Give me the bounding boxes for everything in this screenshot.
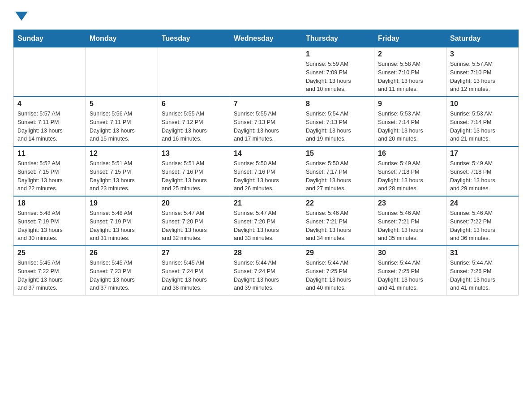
day-number: 19 [90, 199, 154, 207]
calendar-cell: 17Sunrise: 5:49 AMSunset: 7:18 PMDayligh… [446, 146, 519, 196]
day-number: 28 [234, 249, 298, 257]
calendar-cell: 15Sunrise: 5:50 AMSunset: 7:17 PMDayligh… [302, 146, 374, 196]
day-info: Sunrise: 5:50 AMSunset: 7:17 PMDaylight:… [306, 159, 370, 193]
day-number: 26 [90, 249, 154, 257]
day-info: Sunrise: 5:46 AMSunset: 7:22 PMDaylight:… [450, 209, 515, 243]
calendar-cell: 16Sunrise: 5:49 AMSunset: 7:18 PMDayligh… [374, 146, 446, 196]
day-number: 10 [450, 100, 515, 108]
day-number: 24 [450, 199, 515, 207]
day-info: Sunrise: 5:55 AMSunset: 7:12 PMDaylight:… [162, 110, 226, 143]
calendar-cell: 21Sunrise: 5:47 AMSunset: 7:20 PMDayligh… [230, 196, 302, 246]
calendar-week-row: 11Sunrise: 5:52 AMSunset: 7:15 PMDayligh… [14, 146, 519, 196]
day-number: 2 [378, 50, 442, 58]
day-info: Sunrise: 5:48 AMSunset: 7:19 PMDaylight:… [17, 209, 82, 243]
day-number: 22 [306, 199, 370, 207]
calendar-table: SundayMondayTuesdayWednesdayThursdayFrid… [13, 30, 519, 295]
day-info: Sunrise: 5:49 AMSunset: 7:18 PMDaylight:… [378, 159, 442, 193]
day-number: 21 [234, 199, 298, 207]
calendar-cell: 29Sunrise: 5:44 AMSunset: 7:25 PMDayligh… [302, 246, 374, 295]
day-number: 1 [306, 50, 370, 58]
day-info: Sunrise: 5:53 AMSunset: 7:14 PMDaylight:… [378, 110, 442, 143]
day-number: 30 [378, 249, 442, 257]
calendar-cell: 23Sunrise: 5:46 AMSunset: 7:21 PMDayligh… [374, 196, 446, 246]
day-info: Sunrise: 5:44 AMSunset: 7:25 PMDaylight:… [306, 259, 370, 292]
day-info: Sunrise: 5:54 AMSunset: 7:13 PMDaylight:… [306, 110, 370, 143]
day-number: 13 [162, 150, 226, 158]
calendar-cell [230, 47, 302, 97]
header-tuesday: Tuesday [158, 30, 230, 47]
day-number: 17 [450, 150, 515, 158]
day-number: 29 [306, 249, 370, 257]
day-info: Sunrise: 5:52 AMSunset: 7:15 PMDaylight:… [17, 159, 82, 193]
day-info: Sunrise: 5:53 AMSunset: 7:14 PMDaylight:… [450, 110, 515, 143]
calendar-cell: 2Sunrise: 5:58 AMSunset: 7:10 PMDaylight… [374, 47, 446, 97]
calendar-cell [14, 47, 86, 97]
day-info: Sunrise: 5:51 AMSunset: 7:15 PMDaylight:… [90, 159, 154, 193]
day-info: Sunrise: 5:57 AMSunset: 7:10 PMDaylight:… [450, 60, 515, 94]
calendar-cell: 27Sunrise: 5:45 AMSunset: 7:24 PMDayligh… [158, 246, 230, 295]
day-info: Sunrise: 5:59 AMSunset: 7:09 PMDaylight:… [306, 60, 370, 94]
day-info: Sunrise: 5:51 AMSunset: 7:16 PMDaylight:… [162, 159, 226, 193]
day-number: 20 [162, 199, 226, 207]
calendar-header-row: SundayMondayTuesdayWednesdayThursdayFrid… [14, 30, 519, 47]
day-info: Sunrise: 5:45 AMSunset: 7:24 PMDaylight:… [162, 259, 226, 292]
calendar-cell: 11Sunrise: 5:52 AMSunset: 7:15 PMDayligh… [14, 146, 86, 196]
calendar-cell: 25Sunrise: 5:45 AMSunset: 7:22 PMDayligh… [14, 246, 86, 295]
day-info: Sunrise: 5:47 AMSunset: 7:20 PMDaylight:… [234, 209, 298, 243]
calendar-cell: 20Sunrise: 5:47 AMSunset: 7:20 PMDayligh… [158, 196, 230, 246]
calendar-cell: 8Sunrise: 5:54 AMSunset: 7:13 PMDaylight… [302, 97, 374, 146]
calendar-cell [158, 47, 230, 97]
day-info: Sunrise: 5:55 AMSunset: 7:13 PMDaylight:… [234, 110, 298, 143]
calendar-cell: 5Sunrise: 5:56 AMSunset: 7:11 PMDaylight… [86, 97, 158, 146]
day-number: 18 [17, 199, 82, 207]
calendar-cell: 6Sunrise: 5:55 AMSunset: 7:12 PMDaylight… [158, 97, 230, 146]
day-number: 8 [306, 100, 370, 108]
day-number: 14 [234, 150, 298, 158]
day-number: 31 [450, 249, 515, 257]
header-wednesday: Wednesday [230, 30, 302, 47]
calendar-cell: 10Sunrise: 5:53 AMSunset: 7:14 PMDayligh… [446, 97, 519, 146]
day-number: 16 [378, 150, 442, 158]
day-number: 27 [162, 249, 226, 257]
day-info: Sunrise: 5:47 AMSunset: 7:20 PMDaylight:… [162, 209, 226, 243]
day-number: 25 [17, 249, 82, 257]
calendar-cell: 1Sunrise: 5:59 AMSunset: 7:09 PMDaylight… [302, 47, 374, 97]
day-info: Sunrise: 5:57 AMSunset: 7:11 PMDaylight:… [17, 110, 82, 143]
header-friday: Friday [374, 30, 446, 47]
day-info: Sunrise: 5:58 AMSunset: 7:10 PMDaylight:… [378, 60, 442, 94]
day-info: Sunrise: 5:46 AMSunset: 7:21 PMDaylight:… [378, 209, 442, 243]
day-number: 5 [90, 100, 154, 108]
day-info: Sunrise: 5:46 AMSunset: 7:21 PMDaylight:… [306, 209, 370, 243]
calendar-cell: 12Sunrise: 5:51 AMSunset: 7:15 PMDayligh… [86, 146, 158, 196]
calendar-cell: 13Sunrise: 5:51 AMSunset: 7:16 PMDayligh… [158, 146, 230, 196]
calendar-week-row: 25Sunrise: 5:45 AMSunset: 7:22 PMDayligh… [14, 246, 519, 295]
day-info: Sunrise: 5:56 AMSunset: 7:11 PMDaylight:… [90, 110, 154, 143]
day-number: 9 [378, 100, 442, 108]
day-number: 7 [234, 100, 298, 108]
calendar-week-row: 4Sunrise: 5:57 AMSunset: 7:11 PMDaylight… [14, 97, 519, 146]
day-number: 11 [17, 150, 82, 158]
day-info: Sunrise: 5:50 AMSunset: 7:16 PMDaylight:… [234, 159, 298, 193]
day-info: Sunrise: 5:44 AMSunset: 7:25 PMDaylight:… [378, 259, 442, 292]
calendar-cell: 24Sunrise: 5:46 AMSunset: 7:22 PMDayligh… [446, 196, 519, 246]
calendar-cell: 22Sunrise: 5:46 AMSunset: 7:21 PMDayligh… [302, 196, 374, 246]
calendar-cell: 18Sunrise: 5:48 AMSunset: 7:19 PMDayligh… [14, 196, 86, 246]
day-info: Sunrise: 5:45 AMSunset: 7:23 PMDaylight:… [90, 259, 154, 292]
day-number: 6 [162, 100, 226, 108]
calendar-cell: 9Sunrise: 5:53 AMSunset: 7:14 PMDaylight… [374, 97, 446, 146]
calendar-cell: 4Sunrise: 5:57 AMSunset: 7:11 PMDaylight… [14, 97, 86, 146]
day-number: 3 [450, 50, 515, 58]
logo-triangle-icon [15, 12, 28, 21]
header-thursday: Thursday [302, 30, 374, 47]
page-header [13, 9, 519, 21]
calendar-cell [86, 47, 158, 97]
calendar-week-row: 1Sunrise: 5:59 AMSunset: 7:09 PMDaylight… [14, 47, 519, 97]
calendar-cell: 7Sunrise: 5:55 AMSunset: 7:13 PMDaylight… [230, 97, 302, 146]
header-saturday: Saturday [446, 30, 519, 47]
day-number: 12 [90, 150, 154, 158]
calendar-cell: 19Sunrise: 5:48 AMSunset: 7:19 PMDayligh… [86, 196, 158, 246]
day-info: Sunrise: 5:48 AMSunset: 7:19 PMDaylight:… [90, 209, 154, 243]
day-info: Sunrise: 5:44 AMSunset: 7:24 PMDaylight:… [234, 259, 298, 292]
header-sunday: Sunday [14, 30, 86, 47]
calendar-cell: 31Sunrise: 5:44 AMSunset: 7:26 PMDayligh… [446, 246, 519, 295]
